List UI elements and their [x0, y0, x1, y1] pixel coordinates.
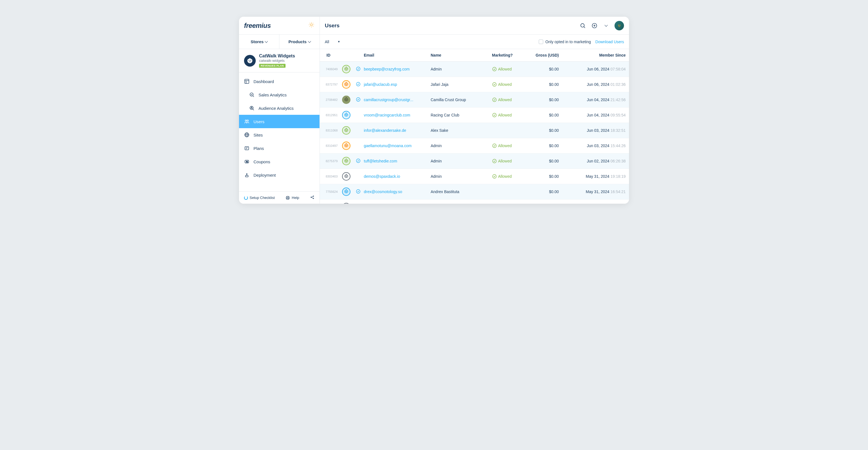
table-row[interactable]: 2708482camillacrustgroup@crustgr...Camil…	[320, 92, 629, 108]
table-row[interactable]: 8275379tuff@letshedie.comAdminAllowed$0.…	[320, 153, 629, 169]
cell-email[interactable]: demos@spaxdack.io	[364, 174, 431, 179]
product-name: CatWalk Widgets	[259, 54, 314, 59]
marketing-allowed: Allowed	[492, 67, 512, 71]
col-name-header[interactable]: Name	[431, 53, 492, 57]
cell-name: Alex Sake	[431, 128, 492, 132]
col-id-header[interactable]: ID	[323, 53, 340, 57]
tab-stores[interactable]: Stores	[239, 35, 279, 49]
svg-point-61	[493, 83, 496, 86]
nav-users[interactable]: Users	[239, 115, 319, 128]
svg-point-15	[620, 25, 620, 25]
topbar-right	[580, 21, 629, 30]
svg-point-38	[287, 197, 288, 199]
nav-label: Deployment	[253, 173, 276, 178]
table-row[interactable]: 8303403demos@spaxdack.ioAdminAllowed$0.0…	[320, 169, 629, 184]
col-date-header[interactable]: Member Since	[559, 53, 626, 57]
table-row[interactable]: 7755624drex@cosmotology.soAndrex Bastitu…	[320, 184, 629, 200]
svg-point-101	[346, 191, 347, 191]
nav-audience[interactable]: Audience Analytics	[239, 101, 319, 115]
svg-point-45	[313, 198, 314, 199]
cell-email[interactable]: beepbeep@crazyfrog.com	[364, 67, 431, 71]
cell-email[interactable]: gaellamotunu@moana.com	[364, 144, 431, 148]
app-window: freemius Users Stores	[239, 17, 629, 204]
user-avatar[interactable]	[615, 21, 624, 30]
nav-tabs: Stores Products	[239, 35, 319, 49]
nav-sites[interactable]: Sites	[239, 128, 319, 142]
opted-checkbox[interactable]: Only opted in to marketing	[539, 39, 591, 44]
cell-date: Jun 06, 2024 07:58:04	[559, 67, 626, 71]
nav-menu: Dashboard Sales Analytics Audience Analy…	[239, 72, 319, 191]
marketing-allowed: Allowed	[492, 143, 512, 148]
col-email-header[interactable]: Email	[364, 53, 431, 57]
cell-id: 7406049	[323, 67, 340, 71]
svg-line-25	[253, 109, 254, 110]
sidebar: Stores Products CatWalk Widgets catwalk-…	[239, 35, 320, 204]
user-avatar-icon	[342, 203, 350, 204]
svg-point-27	[245, 120, 247, 121]
svg-point-18	[250, 60, 251, 61]
tab-stores-label: Stores	[251, 39, 264, 44]
nav-coupons[interactable]: % Coupons	[239, 155, 319, 168]
cell-email[interactable]: camillacrustgroup@crustgr...	[364, 97, 431, 102]
cell-name: Admin	[431, 174, 492, 179]
nav-deployment[interactable]: Deployment	[239, 168, 319, 182]
col-marketing-header[interactable]: Marketing?	[492, 53, 525, 57]
cell-date: Jun 04, 2024 09:55:54	[559, 113, 626, 117]
cell-email[interactable]: jafari@uclacub.esp	[364, 82, 431, 87]
table-row[interactable]: 8372797jafari@uclacub.espJafari JajaAllo…	[320, 77, 629, 92]
user-avatar-icon	[342, 142, 350, 150]
cell-email[interactable]: infor@alexandersake.de	[364, 128, 431, 132]
share-icon[interactable]	[310, 195, 314, 200]
theme-toggle-icon[interactable]	[308, 22, 314, 29]
svg-point-17	[249, 60, 250, 61]
cell-name: Admin	[431, 159, 492, 163]
svg-point-70	[345, 114, 346, 115]
cell-id: 8311068	[323, 129, 340, 132]
cell-id: 7755624	[323, 190, 340, 193]
svg-line-4	[313, 26, 313, 27]
svg-point-9	[581, 23, 584, 27]
product-card[interactable]: CatWalk Widgets catwalk-widgets REVENUES…	[239, 49, 319, 72]
col-gross-header[interactable]: Gross (USD)	[525, 53, 559, 57]
svg-point-81	[345, 145, 346, 145]
svg-point-67	[356, 97, 360, 101]
nav-plans[interactable]: Plans	[239, 142, 319, 155]
table-row[interactable]: 5793351bark@wolfgung.comThomas Mudder$0.…	[320, 200, 629, 204]
svg-point-43	[311, 197, 312, 198]
help-link[interactable]: Help	[285, 196, 299, 200]
svg-point-92	[493, 159, 496, 163]
filter-dropdown[interactable]: All ▼	[325, 39, 340, 44]
cell-date: Jun 03, 2024 15:44:26	[559, 144, 626, 148]
cell-id: 8372797	[323, 83, 340, 86]
cell-gross: $0.00	[525, 174, 559, 179]
nav-label: Plans	[253, 146, 264, 151]
nav-dashboard[interactable]: Dashboard	[239, 75, 319, 88]
cell-email[interactable]: tuff@letshedie.com	[364, 159, 431, 163]
tab-products[interactable]: Products	[279, 35, 319, 49]
cell-date: May 31, 2024 16:54:21	[559, 189, 626, 194]
download-users-link[interactable]: Download Users	[595, 39, 624, 44]
verified-icon	[356, 97, 361, 103]
cell-email[interactable]: vroom@racingcarclub.com	[364, 113, 431, 117]
marketing-allowed: Allowed	[492, 97, 512, 102]
cell-name: Admin	[431, 67, 492, 71]
add-icon[interactable]	[591, 22, 598, 29]
table-row[interactable]: 8312951vroom@racingcarclub.comRacing Car…	[320, 108, 629, 123]
cell-id: 8310497	[323, 144, 340, 147]
nav-label: Sales Analytics	[258, 92, 287, 97]
chevron-down-icon: ▼	[338, 40, 340, 43]
filter-label: All	[325, 39, 329, 44]
main: Stores Products CatWalk Widgets catwalk-…	[239, 35, 629, 204]
setup-checklist[interactable]: Setup Checklist	[244, 196, 275, 200]
cell-email[interactable]: drex@cosmotology.so	[364, 189, 431, 194]
table-row[interactable]: 8310497gaellamotunu@moana.comAdminAllowe…	[320, 138, 629, 153]
cell-gross: $0.00	[525, 113, 559, 117]
chevron-down-icon[interactable]	[603, 22, 610, 29]
search-icon[interactable]	[580, 22, 586, 29]
cell-date: May 31, 2024 19:18:19	[559, 174, 626, 179]
table-body: 7406049beepbeep@crazyfrog.comAdminAllowe…	[320, 62, 629, 204]
table-row[interactable]: 8311068infor@alexandersake.deAlex Sake$0…	[320, 123, 629, 138]
table-row[interactable]: 7406049beepbeep@crazyfrog.comAdminAllowe…	[320, 62, 629, 77]
nav-sales[interactable]: Sales Analytics	[239, 88, 319, 101]
svg-point-82	[346, 145, 347, 145]
